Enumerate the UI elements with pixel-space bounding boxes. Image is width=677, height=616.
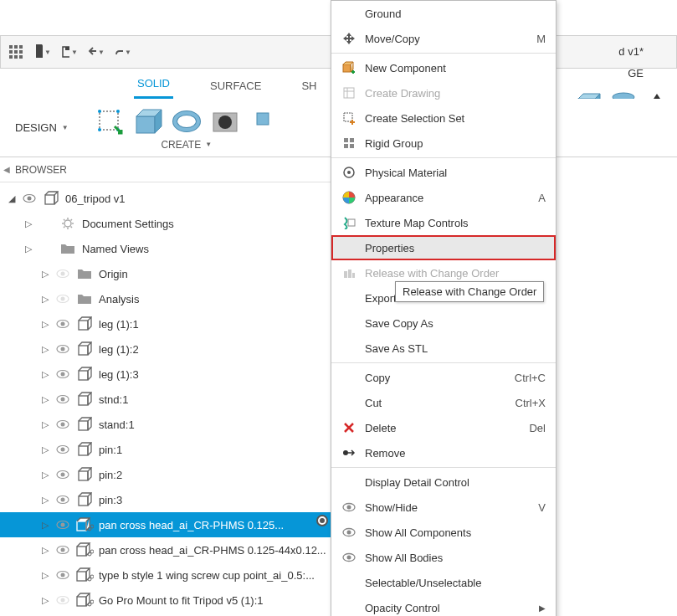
- tree-row[interactable]: ▷Named Views: [0, 236, 335, 261]
- revolve-icon[interactable]: [171, 105, 203, 137]
- menu-item-save-copy-as[interactable]: Save Copy As: [331, 311, 556, 336]
- menu-item-opacity-control[interactable]: Opacity Control▶: [331, 595, 556, 616]
- tree-row[interactable]: ▷stand:1: [0, 412, 335, 437]
- menu-item-new-component[interactable]: New Component: [331, 55, 556, 80]
- svg-rect-51: [79, 421, 88, 430]
- svg-rect-3: [9, 50, 13, 54]
- expand-arrow-icon[interactable]: ▷: [40, 394, 50, 405]
- expand-arrow-icon[interactable]: ▷: [40, 344, 50, 355]
- visibility-icon[interactable]: [22, 193, 37, 203]
- tree-row[interactable]: ▷type b style 1 wing screw cup point_ai_…: [0, 562, 335, 588]
- grid-icon[interactable]: [8, 44, 24, 60]
- menu-item-move-copy[interactable]: Move/CopyM: [331, 26, 556, 51]
- menu-item-delete[interactable]: DeleteDel: [331, 415, 556, 440]
- appearance-icon: [341, 191, 356, 204]
- visibility-icon[interactable]: [55, 319, 70, 329]
- expand-arrow-icon[interactable]: ▷: [40, 419, 50, 430]
- menu-item-rigid-group[interactable]: Rigid Group: [331, 131, 556, 156]
- tree-row[interactable]: ▷stnd:1: [0, 387, 335, 412]
- expand-arrow-icon[interactable]: ▷: [23, 218, 33, 229]
- visibility-icon[interactable]: [55, 344, 70, 354]
- visibility-icon[interactable]: [55, 595, 70, 605]
- more-icon[interactable]: [248, 105, 280, 137]
- expand-arrow-icon[interactable]: ▷: [40, 269, 50, 280]
- expand-arrow-icon[interactable]: ▷: [23, 244, 33, 254]
- expand-arrow-icon[interactable]: ▷: [40, 595, 50, 606]
- visibility-icon[interactable]: [55, 294, 70, 304]
- expand-arrow-icon[interactable]: ▷: [40, 495, 50, 506]
- tab-surface[interactable]: SURFACE: [207, 73, 264, 99]
- tree-item-label: Origin: [99, 268, 328, 280]
- menu-item-remove[interactable]: Remove: [331, 440, 556, 465]
- svg-point-36: [61, 297, 65, 301]
- box-icon[interactable]: [132, 105, 164, 137]
- redo-icon[interactable]: ▼: [115, 44, 131, 60]
- menu-item-appearance[interactable]: AppearanceA: [331, 185, 556, 210]
- file-icon[interactable]: ▼: [34, 44, 51, 60]
- tree-row[interactable]: ▷leg (1):3: [0, 362, 335, 387]
- menu-item-show-hide[interactable]: Show/HideV: [331, 495, 556, 520]
- menu-item-create-selection-set[interactable]: Create Selection Set: [331, 105, 556, 131]
- menu-item-show-all-bodies[interactable]: Show All Bodies: [331, 545, 556, 570]
- menu-item-texture-map-controls[interactable]: Texture Map Controls: [331, 210, 556, 235]
- expand-arrow-icon[interactable]: ▷: [40, 444, 50, 455]
- menu-item-copy[interactable]: CopyCtrl+C: [331, 365, 556, 390]
- menu-item-label: Move/Copy: [365, 33, 528, 45]
- tab-solid[interactable]: SOLID: [134, 70, 173, 99]
- tree-row[interactable]: ▷pin:3: [0, 487, 335, 512]
- menu-item-display-detail-control[interactable]: Display Detail Control: [331, 470, 556, 495]
- menu-item-physical-material[interactable]: Physical Material: [331, 160, 556, 185]
- save-icon[interactable]: ▼: [61, 44, 78, 60]
- expand-arrow-icon[interactable]: ▷: [40, 545, 50, 556]
- design-dropdown[interactable]: DESIGN ▼: [15, 121, 69, 134]
- visibility-icon[interactable]: [55, 269, 70, 279]
- visibility-icon[interactable]: [55, 495, 70, 505]
- expand-arrow-icon[interactable]: ▷: [40, 520, 50, 531]
- create-label[interactable]: CREATE▼: [161, 139, 212, 151]
- visibility-icon[interactable]: [55, 419, 70, 429]
- tree-row[interactable]: ▷Document Settings: [0, 211, 335, 236]
- tree-row[interactable]: ▷Origin: [0, 261, 335, 286]
- menu-item-save-as-stl[interactable]: Save As STL: [331, 336, 556, 361]
- expand-arrow-icon[interactable]: ◢: [7, 193, 17, 204]
- collapse-icon[interactable]: ◀: [3, 165, 10, 174]
- expand-arrow-icon[interactable]: ▷: [40, 294, 50, 305]
- hole-icon[interactable]: [209, 105, 241, 137]
- svg-rect-8: [19, 55, 23, 59]
- tree-row[interactable]: ▷leg (1):2: [0, 336, 335, 362]
- tree-row[interactable]: ▷Go Pro Mount to fit Tripod v5 (1):1: [0, 588, 335, 613]
- svg-rect-1: [14, 45, 18, 49]
- tree-row[interactable]: ▷Analysis: [0, 286, 335, 311]
- tree-row[interactable]: ▷pan cross head_ai_CR-PHMS 0.125...: [0, 512, 335, 537]
- svg-point-15: [98, 110, 101, 113]
- visibility-icon[interactable]: [55, 520, 70, 530]
- visibility-icon[interactable]: [55, 570, 70, 580]
- expand-arrow-icon[interactable]: ▷: [40, 570, 50, 581]
- menu-item-properties[interactable]: Properties: [331, 235, 556, 260]
- visibility-icon[interactable]: [55, 394, 70, 404]
- selection-radio-icon[interactable]: [316, 515, 328, 526]
- menu-item-label: Cut: [365, 397, 507, 409]
- tree-root[interactable]: ◢ 06_tripod v1: [0, 186, 335, 211]
- tab-sheet-prefix[interactable]: SH: [298, 73, 320, 99]
- eye-icon: [341, 502, 356, 512]
- rigid-icon: [341, 136, 356, 150]
- visibility-icon[interactable]: [55, 444, 70, 454]
- visibility-icon[interactable]: [55, 545, 70, 555]
- tree-row[interactable]: ▷pin:1: [0, 437, 335, 462]
- menu-item-show-all-components[interactable]: Show All Components: [331, 520, 556, 545]
- tree-row[interactable]: ▷pin:2: [0, 462, 335, 487]
- expand-arrow-icon[interactable]: ▷: [40, 369, 50, 380]
- menu-item-selectable-unselectable[interactable]: Selectable/Unselectable: [331, 570, 556, 595]
- visibility-icon[interactable]: [55, 369, 70, 379]
- expand-arrow-icon[interactable]: ▷: [40, 470, 50, 480]
- tree-row[interactable]: ▷pan cross head_ai_CR-PHMS 0.125-44x0.12…: [0, 537, 335, 562]
- expand-arrow-icon[interactable]: ▷: [40, 319, 50, 330]
- menu-item-cut[interactable]: CutCtrl+X: [331, 390, 556, 415]
- sketch-icon[interactable]: [94, 105, 126, 137]
- svg-rect-5: [19, 50, 23, 54]
- menu-item-ground[interactable]: Ground: [331, 1, 556, 26]
- tree-row[interactable]: ▷leg (1):1: [0, 311, 335, 336]
- undo-icon[interactable]: ▼: [88, 44, 105, 60]
- visibility-icon[interactable]: [55, 470, 70, 480]
